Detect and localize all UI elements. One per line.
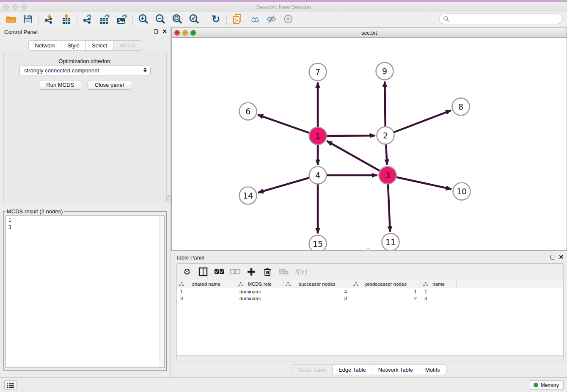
tab-motifs[interactable]: Motifs [419, 364, 446, 375]
delete-table-button[interactable] [278, 266, 289, 277]
select-all-rows-button[interactable] [214, 266, 224, 277]
save-session-button[interactable] [19, 13, 36, 25]
export-image-button[interactable] [113, 13, 130, 25]
table-row[interactable]: 3dominator323 [177, 295, 563, 302]
network-canvas[interactable]: 7968124314101511 [172, 38, 567, 250]
column-header-successor-nodes[interactable]: successor nodes [284, 280, 351, 288]
fx-icon: f(x) [295, 268, 307, 276]
tab-edge-table[interactable]: Edge Table [333, 364, 372, 375]
column-header-name[interactable]: name [421, 280, 457, 288]
graph-node-9[interactable]: 9 [376, 63, 394, 80]
graph-node-4[interactable]: 4 [309, 167, 327, 184]
svg-text:15: 15 [313, 239, 323, 248]
table-cell[interactable]: 1 [177, 289, 236, 294]
export-table-icon [99, 14, 111, 25]
apply-layout-button[interactable]: ↻ [207, 13, 224, 25]
graph-node-6[interactable]: 6 [239, 103, 257, 120]
table-horizontal-scrollbar[interactable] [177, 355, 563, 361]
export-network-button[interactable] [80, 13, 96, 25]
gear-icon: ⚙ [183, 267, 191, 277]
tab-network-table[interactable]: Network Table [372, 364, 419, 375]
graph-node-1[interactable]: 1 [309, 127, 327, 145]
mcds-result-list[interactable]: 13 [6, 215, 165, 368]
panel-splitter-handle[interactable] [168, 195, 171, 202]
svg-text:10: 10 [457, 187, 467, 196]
table-cell[interactable]: dominator [236, 289, 284, 294]
task-history-button[interactable] [4, 380, 17, 390]
home-view-button[interactable]: ⌂⌂ [246, 13, 263, 25]
add-column-button[interactable] [246, 266, 256, 277]
graph-node-10[interactable]: 10 [453, 183, 471, 200]
search-field[interactable] [439, 14, 563, 24]
network-window-titlebar[interactable]: ✕ − + scc.txt [172, 28, 567, 38]
memory-button[interactable]: Memory [529, 380, 564, 390]
graph-node-15[interactable]: 15 [309, 235, 327, 251]
edge-3-10[interactable] [388, 175, 451, 189]
result-scrollbar[interactable] [160, 216, 164, 367]
import-network-button[interactable] [41, 13, 58, 25]
zoom-fit-icon [172, 14, 183, 25]
table-row[interactable]: 1dominator411 [177, 288, 563, 295]
float-table-panel-icon[interactable] [550, 255, 554, 259]
canvas-resize-handle[interactable] [367, 248, 370, 251]
float-panel-icon[interactable] [154, 29, 158, 34]
graph-node-2[interactable]: 2 [377, 127, 394, 144]
node-table-card: ⚙ [176, 263, 564, 362]
clone-network-button[interactable] [229, 13, 246, 25]
zoom-in-button[interactable] [135, 13, 152, 25]
tab-select[interactable]: Select [86, 40, 113, 51]
function-builder-button[interactable]: f(x) [295, 266, 307, 277]
table-cell[interactable]: 2 [351, 296, 421, 301]
column-header-predecessor-nodes[interactable]: predecessor nodes [351, 280, 421, 288]
table-toolbar: ⚙ [177, 264, 563, 280]
table-settings-button[interactable]: ⚙ [182, 266, 192, 277]
table-cell[interactable]: 3 [177, 296, 236, 301]
edge-3-1[interactable] [327, 141, 388, 175]
close-table-panel-icon[interactable]: ✕ [559, 254, 564, 260]
graph-node-14[interactable]: 14 [239, 187, 257, 204]
network-graph[interactable]: 7968124314101511 [172, 38, 567, 250]
tab-mcds[interactable]: MCDS [113, 40, 142, 51]
tab-network[interactable]: Network [28, 40, 61, 51]
column-header-shared-name[interactable]: shared name [177, 280, 236, 288]
refresh-icon: ↻ [212, 13, 220, 25]
table-cell[interactable]: 3 [421, 296, 457, 301]
deselect-all-rows-button[interactable] [230, 266, 240, 277]
table-cell[interactable]: 4 [284, 289, 351, 294]
zoom-fit-button[interactable] [169, 13, 186, 25]
column-visibility-button[interactable] [198, 266, 208, 277]
close-panel-icon[interactable]: ✕ [162, 28, 167, 34]
criterion-dropdown[interactable]: strongly connected component [19, 66, 151, 75]
export-table-button[interactable] [96, 13, 113, 25]
open-session-button[interactable] [3, 13, 19, 25]
zoom-out-button[interactable] [152, 13, 169, 25]
graph-node-11[interactable]: 11 [382, 234, 399, 251]
result-item[interactable]: 1 [8, 217, 164, 224]
search-input[interactable] [450, 15, 562, 23]
graph-node-7[interactable]: 7 [309, 63, 327, 81]
graph-node-8[interactable]: 8 [452, 98, 470, 116]
run-mcds-button[interactable]: Run MCDS [39, 80, 81, 90]
table-cell[interactable]: 1 [351, 289, 421, 294]
tab-style[interactable]: Style [61, 40, 86, 51]
hide-panel-button[interactable] [263, 13, 280, 25]
edge-1-6[interactable] [258, 115, 318, 136]
result-item[interactable]: 3 [8, 224, 164, 231]
show-panel-button[interactable] [280, 13, 297, 25]
network-view-window: ✕ − + scc.txt 7968124314101511 [171, 28, 567, 251]
zoom-selected-button[interactable] [186, 13, 203, 25]
import-table-button[interactable] [58, 13, 75, 25]
table-cell[interactable]: dominator [236, 296, 284, 301]
save-icon [23, 14, 33, 24]
close-panel-button[interactable]: Close panel [88, 80, 131, 90]
edge-4-14[interactable] [258, 175, 318, 193]
tab-node-table[interactable]: Node Table [292, 364, 333, 375]
delete-column-button[interactable] [262, 266, 272, 277]
table-cell[interactable]: 3 [284, 296, 351, 301]
svg-text:7: 7 [315, 67, 320, 77]
edge-2-8[interactable] [385, 110, 451, 135]
column-header-MCDS-role[interactable]: MCDS role [236, 280, 284, 288]
main-toolbar: ↻ ⌂⌂ [0, 12, 567, 26]
table-cell[interactable]: 1 [421, 289, 457, 294]
graph-node-3[interactable]: 3 [379, 167, 396, 184]
